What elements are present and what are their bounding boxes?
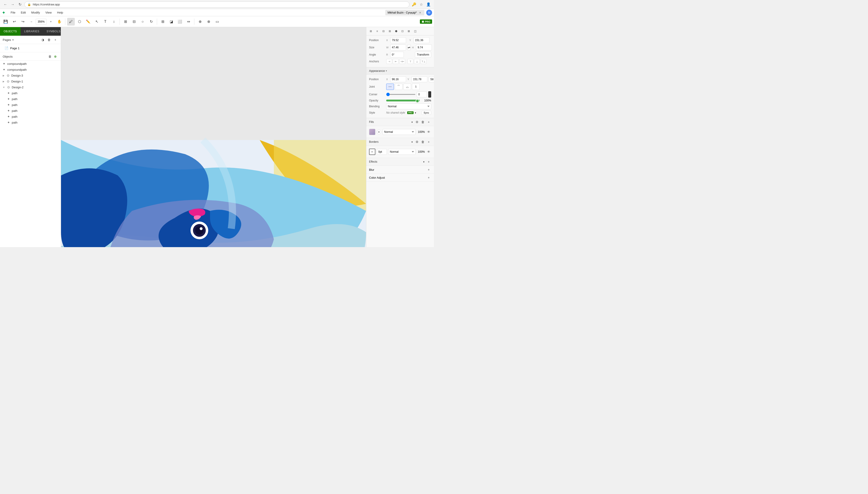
sync-button[interactable]: Sync (422, 111, 431, 115)
align-tool[interactable]: ⊞ (121, 18, 129, 25)
border-blend-select[interactable]: Normal Multiply (388, 149, 416, 155)
menu-help[interactable]: Help (55, 10, 65, 15)
user-icon[interactable]: 👤 (426, 2, 431, 7)
rp-icon-4[interactable]: ⊞ (387, 28, 393, 34)
position-y-input[interactable] (414, 37, 429, 43)
borders-arrow[interactable]: ▾ (412, 141, 413, 143)
delete-object-button[interactable]: 🗑 (47, 54, 53, 59)
borders-add-button[interactable]: + (426, 139, 431, 144)
color-adjust-add-button[interactable]: + (426, 175, 431, 180)
forward-button[interactable]: → (10, 2, 15, 7)
list-item-design2[interactable]: ▼ ⊙ Design-2 (0, 84, 61, 90)
app-x-input[interactable] (390, 76, 406, 82)
size-link-button[interactable]: ⇌ (408, 44, 411, 50)
list-item-path1[interactable]: ✦ path (0, 90, 61, 96)
corner-value-input[interactable] (417, 92, 427, 97)
rp-icon-8[interactable]: ◫ (412, 28, 418, 34)
app-y-input[interactable] (412, 76, 427, 82)
list-item-path2[interactable]: ✦ path (0, 96, 61, 102)
menu-view[interactable]: View (43, 10, 54, 15)
text-tool[interactable]: T (101, 18, 109, 25)
list-item-path3[interactable]: ✦ path (0, 102, 61, 108)
pages-dropdown-icon[interactable]: ▾ (13, 39, 14, 41)
effects-header[interactable]: Effects ▾ + (366, 158, 434, 166)
joint-btn-2[interactable]: ⌒ (395, 83, 402, 90)
undo-button[interactable]: ↩ (11, 18, 18, 25)
list-item-design3[interactable]: ▶ ⊙ Design-3 (0, 73, 61, 78)
rp-icon-3[interactable]: ⊟ (381, 28, 386, 34)
border-size-input[interactable] (377, 149, 387, 155)
size-h-input[interactable] (416, 44, 432, 50)
page-item-1[interactable]: 📄 Page 1 (3, 45, 58, 51)
close-tab-button[interactable]: × (418, 11, 422, 15)
effects-arrow[interactable]: ▾ (423, 160, 424, 163)
anchor-top[interactable]: ⊤ (408, 59, 413, 64)
border-visibility-button[interactable]: 👁 (426, 149, 431, 154)
star-icon[interactable]: ☆ (418, 2, 424, 7)
anchor-center-h[interactable]: ⊢ (393, 59, 399, 64)
address-bar[interactable]: 🔒 https://coreldraw.app (24, 1, 410, 8)
joint-btn-4[interactable]: ⌇ (412, 83, 420, 90)
key-icon[interactable]: 🔑 (411, 2, 417, 7)
grid-tool[interactable]: ⊞ (159, 18, 167, 25)
save-button[interactable]: 💾 (2, 18, 10, 25)
select-tool[interactable]: ↖ (93, 18, 100, 25)
angle-input[interactable] (390, 52, 404, 58)
corner-style-button[interactable] (428, 91, 431, 98)
rp-icon-5[interactable]: ⬢ (393, 28, 399, 34)
fills-settings-button[interactable]: ⚙ (414, 119, 419, 125)
add-page-button[interactable]: + (53, 37, 58, 42)
settings-object-button[interactable]: ⊕ (53, 54, 58, 59)
toggle-visibility-button[interactable]: ◑ (40, 37, 45, 42)
mask-tool[interactable]: ◪ (167, 18, 175, 25)
pen-tool[interactable]: ✏️ (84, 18, 92, 25)
fill-color-swatch[interactable] (369, 129, 375, 135)
rotate-tool[interactable]: ↻ (147, 18, 155, 25)
distribute-tool[interactable]: ⊟ (130, 18, 138, 25)
effects-add-button[interactable]: + (426, 159, 431, 164)
tab-objects[interactable]: OBJECTS (0, 27, 21, 36)
menu-edit[interactable]: Edit (19, 10, 28, 15)
appearance-header[interactable]: Appearance ▾ (366, 67, 434, 75)
rp-icon-1[interactable]: ⊞ (368, 28, 374, 34)
joint-btn-1[interactable]: ⋯ (386, 83, 394, 90)
fill-pencil-button[interactable]: ✏ (377, 130, 381, 134)
corner-slider[interactable] (386, 94, 415, 95)
position-type-select[interactable]: Straight Curved (429, 76, 434, 82)
anchor-bottom[interactable]: ⊤⊥ (420, 59, 427, 64)
anchor-left[interactable]: ⊣ (386, 59, 392, 64)
refresh-button[interactable]: ↻ (17, 2, 23, 7)
borders-delete-button[interactable]: 🗑 (420, 139, 425, 144)
anchor-right[interactable]: ⊣⊢ (399, 59, 405, 64)
anchor-center-v[interactable]: ⊥ (414, 59, 420, 64)
screen-tool[interactable]: ▭ (213, 18, 221, 25)
shape-tool[interactable]: ⬡ (76, 18, 83, 25)
zoom-out-button[interactable]: – (27, 18, 35, 25)
style-dropdown-icon[interactable]: ▾ (415, 112, 416, 114)
borders-settings-button[interactable]: ⚙ (414, 139, 419, 144)
fills-add-button[interactable]: + (426, 119, 431, 125)
size-w-input[interactable] (390, 44, 406, 50)
position-x-input[interactable] (390, 37, 406, 43)
rp-icon-7[interactable]: ⊠ (406, 28, 412, 34)
oval-tool[interactable]: ○ (139, 18, 147, 25)
crop-tool[interactable]: ⬜ (176, 18, 184, 25)
blur-add-button[interactable]: + (426, 167, 431, 172)
menu-file[interactable]: File (8, 10, 18, 15)
list-item-path5[interactable]: ✦ path (0, 114, 61, 119)
delete-page-button[interactable]: 🗑 (46, 37, 52, 42)
list-item[interactable]: ✦ compoundpath (0, 66, 61, 73)
list-item-path4[interactable]: ✦ path (0, 108, 61, 114)
fill-blend-select[interactable]: Normal Multiply (382, 129, 416, 135)
joint-btn-3[interactable]: ⌓ (403, 83, 411, 90)
canvas-area[interactable]: Mikhail Buzin (61, 27, 366, 247)
fills-arrow[interactable]: ▾ (412, 121, 413, 124)
menu-modify[interactable]: Modify (29, 10, 42, 15)
zoom-in-button[interactable]: + (47, 18, 55, 25)
fill-visibility-button[interactable]: 👁 (426, 129, 431, 134)
curve-tool[interactable]: 🖊 (67, 18, 75, 25)
fills-delete-button[interactable]: 🗑 (420, 119, 425, 125)
list-item-design1[interactable]: ▶ ⊙ Design-1 (0, 78, 61, 84)
blending-select[interactable]: Normal Multiply Screen Overlay (386, 103, 431, 109)
component-tool[interactable]: ⊗ (205, 18, 212, 25)
